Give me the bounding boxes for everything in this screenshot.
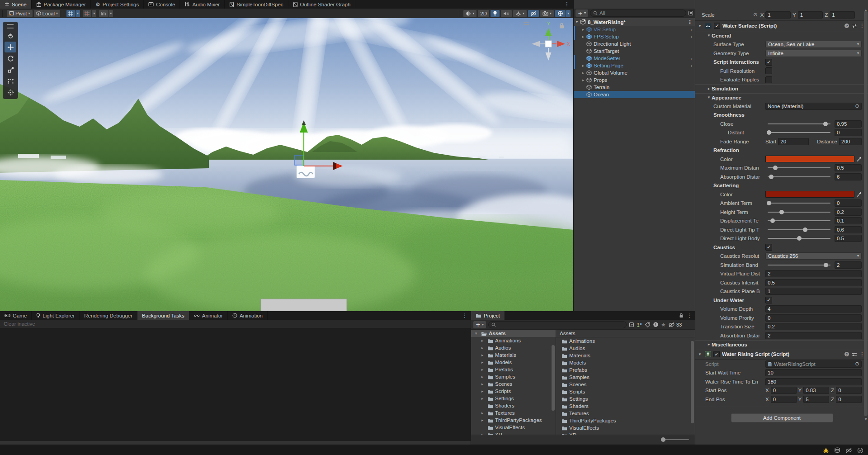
- move-tool-button[interactable]: [5, 42, 16, 52]
- eyedropper-icon[interactable]: [856, 192, 862, 197]
- hierarchy-item-fps-setup[interactable]: ▸FPS Setup›: [574, 33, 695, 40]
- inspector-scrollbar[interactable]: [864, 11, 868, 416]
- eyedropper-icon[interactable]: [856, 156, 862, 162]
- slider-track[interactable]: [768, 212, 830, 213]
- slider-track[interactable]: [768, 238, 830, 239]
- tools-drag-handle[interactable]: [7, 24, 14, 28]
- project-asset-materials[interactable]: Materials: [556, 352, 695, 359]
- expand-arrow-icon[interactable]: ▸: [479, 375, 486, 379]
- expand-arrow-icon[interactable]: ▸: [479, 389, 486, 393]
- hierarchy-item-ocean[interactable]: Ocean: [574, 91, 695, 98]
- slider-track[interactable]: [768, 265, 830, 265]
- text-field[interactable]: 0: [765, 314, 862, 322]
- project-tree-folder-thirdpartypackages[interactable]: ▸ThirdPartyPackages: [471, 417, 556, 424]
- expand-arrow-icon[interactable]: ▸: [580, 35, 586, 39]
- component-enabled-checkbox[interactable]: ✓: [714, 23, 720, 29]
- color-swatch[interactable]: [765, 156, 854, 162]
- checkbox[interactable]: ✓: [765, 59, 772, 66]
- move-snap-button[interactable]: [99, 10, 108, 17]
- slider-track[interactable]: [768, 229, 830, 230]
- tab-outline-shader-graph[interactable]: Outline Shader Graph: [288, 0, 356, 9]
- list-scrollbar[interactable]: [691, 341, 694, 423]
- project-tree-folder-audios[interactable]: ▸Audios: [471, 344, 556, 351]
- tab-project-settings[interactable]: ⚙Project Settings: [91, 0, 144, 9]
- foldout-simulation[interactable]: ▸Simulation: [695, 84, 868, 93]
- constrain-proportions-icon[interactable]: ⊘: [753, 12, 758, 18]
- open-in-search-icon[interactable]: [629, 322, 634, 327]
- help-icon[interactable]: ?: [844, 23, 849, 28]
- slider-value-field[interactable]: 2: [835, 261, 862, 269]
- project-asset-textures[interactable]: Textures: [556, 410, 695, 417]
- expand-arrow-icon[interactable]: ▸: [580, 78, 586, 82]
- scene-visibility-button[interactable]: [528, 10, 539, 17]
- expand-arrow-icon[interactable]: ▸: [479, 346, 486, 350]
- pivot-mode-button[interactable]: Pivot▾: [7, 10, 33, 17]
- slider-thumb[interactable]: [773, 166, 778, 170]
- project-tree-folder-scripts[interactable]: ▸Scripts: [471, 388, 556, 395]
- expand-arrow-icon[interactable]: ▸: [479, 353, 486, 357]
- foldout-appearance[interactable]: ▾Appearance: [695, 93, 868, 102]
- rect-tool-button[interactable]: [5, 76, 16, 86]
- expand-arrow-icon[interactable]: ▸: [580, 64, 586, 68]
- hierarchy-item-setting-page[interactable]: ▸Setting Page›: [574, 62, 695, 69]
- cache-server-icon[interactable]: [834, 447, 840, 453]
- debug-mode-bug-icon[interactable]: [823, 447, 829, 454]
- scene-row-menu-button[interactable]: ⋮: [687, 19, 693, 25]
- clear-inactive-button[interactable]: Clear inactive: [0, 320, 471, 328]
- slider-value-field[interactable]: 6: [835, 173, 862, 180]
- hidden-count-toggle[interactable]: 33: [668, 322, 682, 327]
- move-gizmo-plane-handle[interactable]: [295, 155, 304, 165]
- project-tree-folder-prefabs[interactable]: ▸Prefabs: [471, 366, 556, 373]
- scene-window-menu-button[interactable]: ⋮: [564, 1, 570, 7]
- checkbox[interactable]: [765, 67, 772, 74]
- project-asset-models[interactable]: Models: [556, 359, 695, 366]
- project-asset-animations[interactable]: Animations: [556, 337, 695, 345]
- search-by-label-icon[interactable]: [645, 322, 651, 327]
- search-by-type-icon[interactable]: [637, 322, 642, 327]
- lock-icon[interactable]: [679, 313, 684, 318]
- transform-tool-button[interactable]: [5, 87, 16, 98]
- prefab-open-chevron[interactable]: ›: [691, 27, 693, 32]
- slider-track[interactable]: [768, 132, 830, 133]
- vector-field-y[interactable]: 0.83: [803, 387, 829, 394]
- bottom-panel-menu-button[interactable]: ⋮: [462, 313, 467, 318]
- presets-icon[interactable]: [852, 352, 857, 357]
- scale-z-field[interactable]: 1: [830, 11, 855, 19]
- tree-scrollbar[interactable]: [552, 345, 555, 411]
- tab-animator[interactable]: Animator: [189, 311, 228, 320]
- slider-value-field[interactable]: 0: [835, 199, 862, 207]
- project-tree-folder-settings[interactable]: ▸Settings: [471, 395, 556, 402]
- view-tool-button[interactable]: [5, 30, 16, 41]
- slider-thumb[interactable]: [769, 175, 774, 179]
- tab-project[interactable]: Project: [471, 311, 505, 320]
- prefab-open-chevron[interactable]: ›: [691, 34, 693, 39]
- search-by-warning-icon[interactable]: [653, 322, 659, 327]
- slider-value-field[interactable]: 0.95: [835, 120, 862, 128]
- dropdown-caustics-resolut[interactable]: Caustics 256▾: [765, 252, 862, 260]
- scale-x-field[interactable]: 1: [765, 11, 791, 19]
- object-picker-icon[interactable]: ⊙: [855, 104, 859, 109]
- tab-simpletoondiffspec[interactable]: SimpleToonDiffSpec: [225, 0, 288, 9]
- project-menu-button[interactable]: ⋮: [687, 313, 692, 318]
- move-snap-dropdown[interactable]: ▾: [108, 10, 113, 17]
- hierarchy-item-modesetter[interactable]: ModeSetter›: [574, 55, 695, 62]
- project-asset-shaders[interactable]: Shaders: [556, 403, 695, 410]
- project-tree-folder-animations[interactable]: ▸Animations: [471, 337, 556, 344]
- project-tree-folder-samples[interactable]: ▸Samples: [471, 373, 556, 380]
- slider-value-field[interactable]: 0.5: [835, 235, 862, 242]
- project-asset-scenes[interactable]: Scenes: [556, 381, 695, 388]
- help-icon[interactable]: ?: [844, 351, 849, 357]
- slider-value-field[interactable]: 0.2: [835, 209, 862, 216]
- tab-scene[interactable]: Scene: [0, 0, 32, 9]
- tab-console[interactable]: Console: [144, 0, 180, 9]
- checkbox[interactable]: [765, 76, 772, 83]
- project-tree-folder-visualeffects[interactable]: VisualEffects: [471, 424, 556, 431]
- prefab-open-chevron[interactable]: ›: [691, 63, 693, 68]
- project-asset-scripts[interactable]: Scripts: [556, 388, 695, 395]
- project-tree-root[interactable]: ▾Assets: [471, 330, 556, 337]
- slider-track[interactable]: [768, 176, 830, 177]
- hierarchy-item-vr-setup[interactable]: ▸VR Setup›: [574, 26, 695, 33]
- foldout-general[interactable]: ▾General: [695, 31, 868, 40]
- text-field[interactable]: 180: [765, 378, 862, 385]
- expand-arrow-icon[interactable]: ▸: [479, 418, 486, 422]
